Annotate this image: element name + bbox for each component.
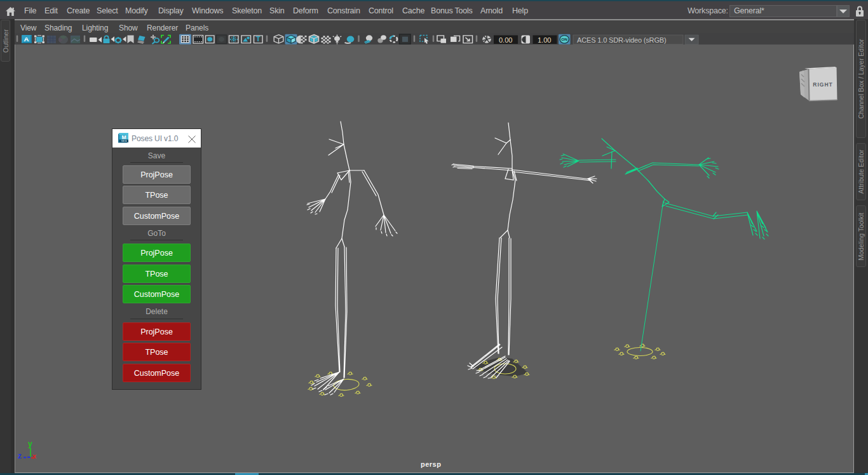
svg-text:ON: ON — [561, 37, 567, 41]
svg-text:1.00: 1.00 — [538, 36, 551, 44]
svg-text:MAYA: MAYA — [121, 140, 126, 142]
svg-text:RIGHT: RIGHT — [813, 81, 832, 88]
svg-text:ACES 1.0 SDR-video (sRGB): ACES 1.0 SDR-video (sRGB) — [577, 36, 667, 44]
svg-text:x: x — [32, 452, 37, 460]
svg-text:0.00: 0.00 — [499, 36, 512, 44]
svg-text:T: T — [256, 36, 261, 43]
svg-text:y: y — [28, 439, 32, 448]
svg-text:z: z — [18, 451, 22, 460]
svg-text:A: A — [24, 36, 30, 42]
svg-text:M: M — [121, 134, 126, 140]
